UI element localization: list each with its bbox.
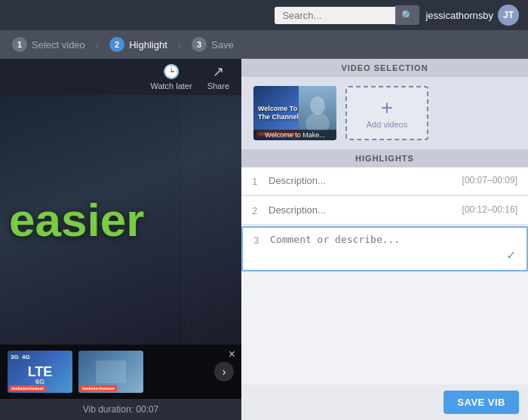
user-info: jessicathornsby JT xyxy=(425,5,519,26)
step-3-num: 3 xyxy=(192,37,207,52)
share-icon: ↗ xyxy=(213,63,224,80)
highlight-1-input[interactable] xyxy=(269,175,456,186)
selected-video-label: Welcome to Make... xyxy=(253,130,336,140)
duration-bar: Vib duration: 00:07 xyxy=(0,399,241,420)
video-selection-header: VIDEO SELECTION xyxy=(241,59,528,77)
svg-point-1 xyxy=(305,113,330,131)
selected-video-thumbnail[interactable]: Welcome To The Channel! maketecheaser We… xyxy=(253,86,336,140)
step-1-label: Select video xyxy=(32,39,85,51)
avatar: JT xyxy=(498,5,519,26)
highlights-header: HIGHLIGHTS xyxy=(241,149,528,167)
highlight-3-confirm-icon[interactable]: ✓ xyxy=(506,248,516,264)
highlights-area: 1 [00:07–00:09] 2 [00:12–00:16] 3 ✓ xyxy=(241,167,528,385)
video-bg-decoration xyxy=(181,95,241,345)
highlight-item-3: 3 ✓ xyxy=(241,226,528,271)
step-1[interactable]: 1 Select video xyxy=(12,37,96,52)
search-input[interactable] xyxy=(275,7,395,24)
video-text: easier xyxy=(9,197,144,244)
thumbnails-next-button[interactable]: › xyxy=(214,362,234,382)
clock-icon: 🕒 xyxy=(163,63,180,80)
watch-later-label: Watch later xyxy=(150,81,192,90)
step-1-num: 1 xyxy=(12,37,27,52)
highlight-item-2: 2 [00:12–00:16] xyxy=(241,197,528,225)
step-2-label: Highlight xyxy=(129,39,167,51)
step-sep-1: › xyxy=(96,39,99,51)
step-2[interactable]: 2 Highlight xyxy=(109,37,178,52)
selected-video-title-line1: Welcome To xyxy=(258,105,297,113)
search-container: 🔍 xyxy=(275,5,419,25)
thumbnail-1[interactable]: 3G 4G LTE 6G maketecheaser xyxy=(8,351,72,393)
thumb-2-logo: maketecheaser xyxy=(80,385,117,391)
step-3[interactable]: 3 Save xyxy=(192,37,244,52)
share-button[interactable]: ↗ Share xyxy=(207,63,229,90)
video-display: easier xyxy=(0,95,241,345)
watch-later-button[interactable]: 🕒 Watch later xyxy=(150,63,192,90)
thumbnail-2[interactable]: maketecheaser xyxy=(78,351,143,393)
add-plus-icon: + xyxy=(381,97,393,118)
share-label: Share xyxy=(207,81,229,90)
svg-point-0 xyxy=(310,97,325,115)
highlight-item-1: 1 [00:07–00:09] xyxy=(241,167,528,195)
step-sep-2: › xyxy=(178,39,181,51)
highlight-3-textarea[interactable] xyxy=(270,234,500,264)
search-icon: 🔍 xyxy=(401,10,413,21)
video-toolbar: 🕒 Watch later ↗ Share xyxy=(0,59,241,95)
video-panel: 🕒 Watch later ↗ Share easier × 3G 4G xyxy=(0,59,241,420)
close-thumbnails-button[interactable]: × xyxy=(229,348,235,361)
main-content: 🕒 Watch later ↗ Share easier × 3G 4G xyxy=(0,59,528,420)
highlight-1-num: 1 xyxy=(252,175,262,187)
save-vib-bar: SAVE VIB xyxy=(241,385,528,420)
thumbnails-row: 3G 4G LTE 6G maketecheaser maketecheaser… xyxy=(8,351,234,393)
selected-video-title-line2: The Channel! xyxy=(258,113,301,121)
highlight-1-time: [00:07–00:09] xyxy=(462,175,517,185)
add-videos-button[interactable]: + Add videos xyxy=(345,86,428,140)
thumb-1-logo: maketecheaser xyxy=(9,385,46,391)
top-bar: 🔍 jessicathornsby JT xyxy=(0,0,528,30)
highlight-2-time: [00:12–00:16] xyxy=(462,204,517,215)
highlight-3-num: 3 xyxy=(253,234,264,246)
highlight-2-input[interactable] xyxy=(269,204,456,216)
video-selection-area: Welcome To The Channel! maketecheaser We… xyxy=(241,77,528,149)
save-vib-button[interactable]: SAVE VIB xyxy=(444,391,519,414)
step-3-label: Save xyxy=(211,39,234,51)
add-videos-label: Add videos xyxy=(367,120,407,129)
thumbnails-area: × 3G 4G LTE 6G maketecheaser xyxy=(0,345,241,399)
steps-bar: 1 Select video › 2 Highlight › 3 Save xyxy=(0,30,528,59)
step-2-num: 2 xyxy=(109,37,124,52)
username-label: jessicathornsby xyxy=(425,10,493,21)
duration-label: Vib duration: 00:07 xyxy=(83,404,159,415)
right-panel: VIDEO SELECTION Welcome To The Channel! … xyxy=(241,59,528,420)
lte-text: LTE xyxy=(28,364,53,379)
person-silhouette-icon xyxy=(304,95,331,131)
search-button[interactable]: 🔍 xyxy=(395,5,419,25)
highlight-2-num: 2 xyxy=(252,204,262,216)
